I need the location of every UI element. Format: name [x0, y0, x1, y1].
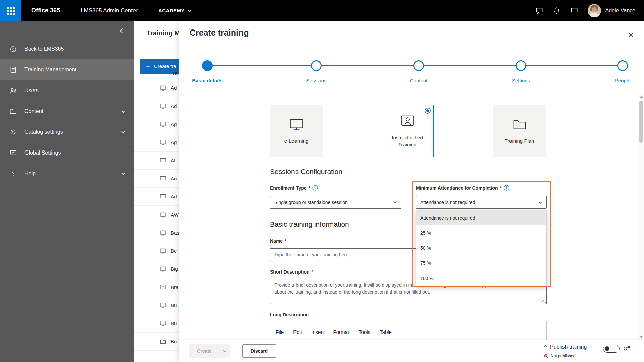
users-icon [9, 87, 17, 95]
training-title: Bu [171, 320, 177, 326]
section-basic-information: Basic training information [270, 220, 349, 228]
waffle-icon [7, 7, 15, 15]
modal-scrollbar[interactable] [638, 94, 644, 340]
sidebar-item-back-to-lms365[interactable]: Back to LMS365 [0, 39, 134, 59]
publish-toggle[interactable] [603, 345, 620, 353]
monitor-icon [160, 157, 166, 164]
sidebar-item-content[interactable]: Content [0, 101, 134, 122]
monitor-icon [160, 121, 166, 128]
step-label: Sessions [306, 78, 327, 83]
menu-edit[interactable]: Edit [293, 329, 302, 335]
minimum-attendance-label: Minimum Attendance for Completion* [416, 185, 509, 191]
sidebar-item-global-settings[interactable]: Global Settings [0, 142, 134, 163]
avatar[interactable] [588, 4, 601, 17]
sidebar-collapse-button[interactable] [119, 26, 126, 36]
sidebar-item-catalog-settings[interactable]: Catalog settings [0, 122, 134, 142]
create-button-disabled[interactable]: Create [189, 344, 230, 358]
type-card-label: Training Plan [501, 138, 538, 144]
info-icon[interactable] [504, 185, 509, 191]
menu-insert[interactable]: Insert [311, 329, 324, 335]
panel-title: Training M [147, 29, 180, 37]
monitor-icon [160, 103, 166, 110]
chevron-down-icon [393, 200, 397, 204]
scroll-thumb[interactable] [639, 101, 643, 143]
publish-status: Not published [544, 354, 575, 358]
training-title: Bu [171, 339, 177, 344]
publish-training-expander[interactable]: Publish training [544, 344, 587, 350]
not-published-icon [544, 354, 548, 358]
bell-icon [552, 6, 561, 15]
discard-button[interactable]: Discard [242, 344, 276, 358]
option-50-percent[interactable]: 50 % [416, 240, 546, 255]
notifications-button[interactable] [548, 0, 566, 21]
help-icon [9, 170, 17, 178]
chevron-up-icon [543, 345, 547, 349]
lms365-admin-center-link[interactable]: LMS365 Admin Center [70, 0, 148, 21]
menu-file[interactable]: File [276, 329, 284, 335]
training-title: Be [171, 248, 177, 254]
sidebar-item-help[interactable]: Help [0, 163, 134, 184]
option-25-percent[interactable]: 25 % [416, 225, 546, 240]
option-100-percent[interactable]: 100 % [416, 270, 546, 286]
type-card-e-learning[interactable]: e-Learning [270, 105, 323, 157]
close-icon [628, 32, 634, 38]
sidebar-item-users[interactable]: Users [0, 80, 134, 101]
scroll-down-arrow[interactable] [640, 336, 643, 338]
folder-icon [512, 117, 527, 132]
step-content[interactable]: Content [382, 60, 455, 83]
monitor-icon [160, 302, 166, 309]
monitor-icon [160, 230, 166, 236]
sidebar-item-label: Catalog settings [24, 129, 63, 135]
chat-icon [535, 6, 544, 15]
radio-selected-icon[interactable] [425, 108, 431, 114]
info-icon[interactable] [312, 185, 318, 191]
chat-button[interactable] [531, 0, 548, 21]
monitor-icon [160, 212, 166, 218]
menu-tools[interactable]: Tools [359, 329, 370, 335]
training-title: Bra [171, 284, 178, 290]
menu-table[interactable]: Table [380, 329, 392, 335]
step-label: People [615, 78, 631, 83]
instructor-icon [160, 284, 166, 291]
monitor-icon [160, 193, 166, 200]
app-launcher-button[interactable] [0, 0, 21, 21]
step-sessions[interactable]: Sessions [279, 60, 353, 83]
monitor-icon [160, 320, 166, 327]
step-circle[interactable] [617, 60, 628, 71]
avatar-photo [588, 4, 601, 17]
scroll-up-arrow[interactable] [640, 96, 643, 98]
type-card-instructor-led[interactable]: Instructor-Led Training [381, 105, 434, 157]
menu-format[interactable]: Format [333, 329, 350, 335]
sidebar-nav: Back to LMS365 Training Management Users… [0, 39, 134, 184]
option-75-percent[interactable]: 75 % [416, 255, 546, 270]
sidebar-item-training-management[interactable]: Training Management [0, 59, 134, 80]
step-circle[interactable] [413, 60, 424, 71]
feedback-button[interactable] [566, 0, 583, 21]
step-circle[interactable] [516, 60, 526, 71]
short-description-label: Short Description* [270, 269, 313, 275]
feedback-icon [570, 6, 579, 15]
topbar: Office 365 LMS365 Admin Center ACADEMY A… [0, 0, 644, 21]
step-basic-details[interactable]: Basic details [170, 60, 244, 83]
page-body: Back to LMS365 Training Management Users… [0, 21, 644, 362]
create-button-caret[interactable] [220, 344, 230, 358]
close-button[interactable] [625, 29, 637, 41]
office-365-home-link[interactable]: Office 365 [21, 0, 70, 21]
resize-handle[interactable] [542, 300, 546, 303]
step-circle[interactable] [311, 60, 322, 71]
minimum-attendance-select[interactable]: Attendance is not required [416, 196, 547, 209]
tenant-menu[interactable]: ACADEMY [148, 0, 201, 21]
step-people[interactable]: People [586, 60, 644, 83]
plus-icon [145, 64, 151, 69]
step-circle[interactable] [202, 60, 213, 71]
training-title: AI [171, 158, 175, 163]
enrollment-type-select[interactable]: Single group or standalone session [270, 196, 401, 209]
monitor-icon [160, 248, 166, 254]
gear-icon [9, 128, 17, 136]
toggle-state-label: Off [624, 346, 630, 351]
option-attendance-not-required[interactable]: Attendance is not required [416, 210, 546, 225]
section-sessions-configuration: Sessions Configuration [270, 168, 342, 176]
training-title: Bas [171, 230, 179, 236]
step-settings[interactable]: Settings [484, 60, 558, 83]
type-card-training-plan[interactable]: Training Plan [493, 105, 546, 157]
